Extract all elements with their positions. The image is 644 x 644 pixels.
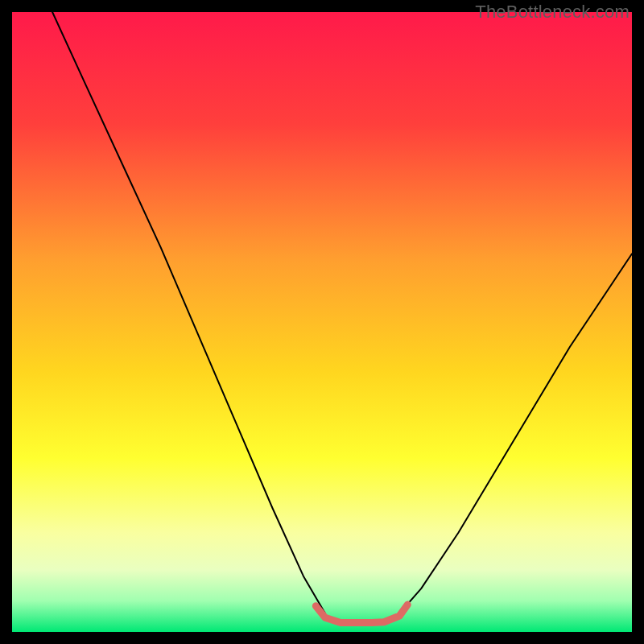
series-right-curve [399,254,632,613]
plot-frame [12,12,632,632]
series-left-curve [52,12,325,613]
watermark-text: TheBottleneck.com [475,2,630,23]
series-bottom-highlight [316,605,407,622]
chart-curves [12,12,632,632]
